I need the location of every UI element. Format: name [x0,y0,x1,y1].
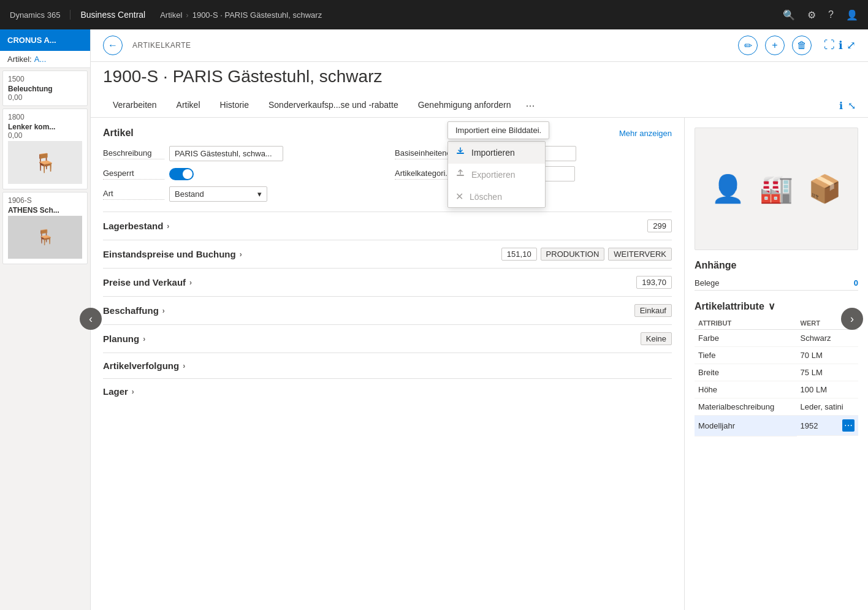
planung-badge: Keine [641,332,672,345]
context-menu-container: Importiert eine Bilddatei. Importieren E… [447,141,546,208]
breadcrumb-item1[interactable]: Artikel [160,10,182,20]
attr-value: Leder, satini [797,398,858,416]
tab-genehmigung[interactable]: Genehmigung anfordern [408,94,521,117]
preise-header[interactable]: Preise und Verkauf › 193,70 [103,276,672,289]
lagerbestand-chevron: › [167,222,169,231]
breadcrumb-sep: › [186,10,188,20]
lagerbestand-header[interactable]: Lagerbestand › 299 [103,219,672,232]
tab-sonderverkauf[interactable]: Sonderverkaufsp...se und -rabatte [259,94,408,117]
art-label: Art [103,189,164,200]
artikel-section-title: Artikel [103,128,134,139]
table-row: Materialbeschreibung Leder, satini [695,398,858,416]
tab-info-icon[interactable]: ℹ [839,100,843,112]
main-layout: CRONUS A... Artikel: A... 1500 Beleuchtu… [0,29,868,610]
tab-collapse-icon[interactable]: ⤡ [848,100,856,112]
einstandspreise-header[interactable]: Einstandspreise und Buchung › 151,10 PRO… [103,248,672,261]
list-item[interactable]: 1906-S ATHENS Sch... 🪑 [2,192,88,264]
delete-button[interactable]: 🗑 [792,36,812,55]
chevron-down-icon: ▾ [257,189,262,199]
card-val: 0,00 [8,93,82,102]
next-arrow[interactable]: › [841,308,863,330]
importieren-icon [455,147,465,159]
card-name: ATHENS Sch... [8,206,82,215]
table-row: Breite 75 LM [695,364,858,381]
beschaffung-section: Beschaffung › Einkauf [103,296,672,324]
box-icon: 📦 [808,173,842,205]
attr-name: Breite [695,364,797,381]
dynamics-logo: Dynamics 365 [10,10,60,20]
attr-title[interactable]: Artikelattribute ∨ [695,300,858,312]
mehr-anzeigen-button[interactable]: Mehr anzeigen [619,129,672,138]
loschen-label: Löschen [470,192,502,202]
planung-header[interactable]: Planung › Keine [103,332,672,345]
attr-title-text: Artikelattribute [695,301,764,312]
search-icon[interactable]: 🔍 [783,9,795,21]
attr-table: ATTRIBUT WERT Farbe Schwarz Tiefe 70 LM [695,317,858,437]
planung-chevron: › [143,335,145,343]
sidebar-nav-label: Artikel: [7,55,32,64]
card-val: 0,00 [8,131,82,140]
tab-right-icons: ℹ ⤡ [839,100,856,112]
preise-badges: 193,70 [636,276,672,289]
art-select[interactable]: Bestand ▾ [169,186,267,202]
sidebar-nav-value[interactable]: A... [34,55,47,64]
toolbar-icons: ✏ + 🗑 ⛶ ℹ ⤢ [738,36,856,55]
attr-name: Farbe [695,330,797,347]
record-header: ← ARTIKELKARTE ✏ + 🗑 ⛶ ℹ ⤢ [91,29,868,62]
tab-historie[interactable]: Historie [210,94,259,117]
lager-header[interactable]: Lager › [103,386,672,397]
attr-value: 75 LM [797,364,858,381]
edit-button[interactable]: ✏ [738,36,758,55]
add-button[interactable]: + [765,36,785,55]
table-row[interactable]: Modelljahr 1952 ⋯ [695,416,858,437]
attr-name: Modelljahr [695,416,797,437]
preise-badge: 193,70 [636,276,672,289]
beschaffung-chevron: › [162,307,165,315]
list-item[interactable]: 1800 Lenker kom... 0,00 🪑 [2,109,88,189]
settings-icon[interactable]: ⚙ [807,9,816,21]
artikelverfolgung-section: Artikelverfolgung › [103,353,672,378]
person-icon: 👤 [711,173,745,205]
beschaffung-badges: Einkauf [634,304,672,317]
top-nav: Dynamics 365 Business Central Artikel › … [0,0,868,29]
card-thumbnail: 🪑 [8,216,82,259]
lagerbestand-title: Lagerbestand › [103,221,169,231]
expand-icon[interactable]: ⛶ [824,39,835,52]
card-id: 1500 [8,75,82,83]
prev-arrow[interactable]: ‹ [80,308,102,330]
menu-item-importieren[interactable]: Importieren [448,142,545,164]
planung-badges: Keine [641,332,672,345]
app-name[interactable]: Business Central [70,10,145,20]
attr-action-button[interactable]: ⋯ [842,419,855,432]
attr-value: Schwarz [797,330,858,347]
list-item[interactable]: 1500 Beleuchtung 0,00 [2,71,88,106]
tab-artikel[interactable]: Artikel [167,94,210,117]
card-name: Lenker kom... [8,123,82,131]
exportieren-icon [455,169,465,181]
tab-verarbeiten[interactable]: Verarbeiten [103,94,167,117]
einstandspreise-section: Einstandspreise und Buchung › 151,10 PRO… [103,240,672,268]
attr-col-attribut: ATTRIBUT [695,317,797,330]
help-icon[interactable]: ? [828,9,834,20]
info-icon[interactable]: ℹ [839,39,843,52]
beschaffung-header[interactable]: Beschaffung › Einkauf [103,304,672,317]
planung-section: Planung › Keine [103,324,672,353]
menu-item-loschen: ✕ Löschen [448,186,545,207]
user-avatar[interactable]: 👤 [846,9,858,21]
fullscreen-icon[interactable]: ⤢ [847,39,856,52]
preise-chevron: › [189,278,192,287]
artikelverfolgung-header[interactable]: Artikelverfolgung › [103,360,672,371]
gesperrt-toggle[interactable] [169,168,194,180]
beschreibung-label: Beschreibung [103,148,164,159]
chevron-down-attr-icon: ∨ [768,300,775,312]
back-button[interactable]: ← [103,36,123,55]
beschreibung-input[interactable] [169,146,283,161]
page-title: ARTIKELKARTE [132,41,728,50]
lagerbestand-badges: 299 [647,219,672,232]
preise-title: Preise und Verkauf › [103,277,192,288]
artikelverfolgung-chevron: › [183,362,185,370]
tab-bar: Verarbeiten Artikel Historie Sonderverka… [91,94,868,118]
tab-more-button[interactable]: ··· [525,99,535,112]
sidebar-company: CRONUS A... [0,29,90,51]
belege-count[interactable]: 0 [854,278,858,288]
